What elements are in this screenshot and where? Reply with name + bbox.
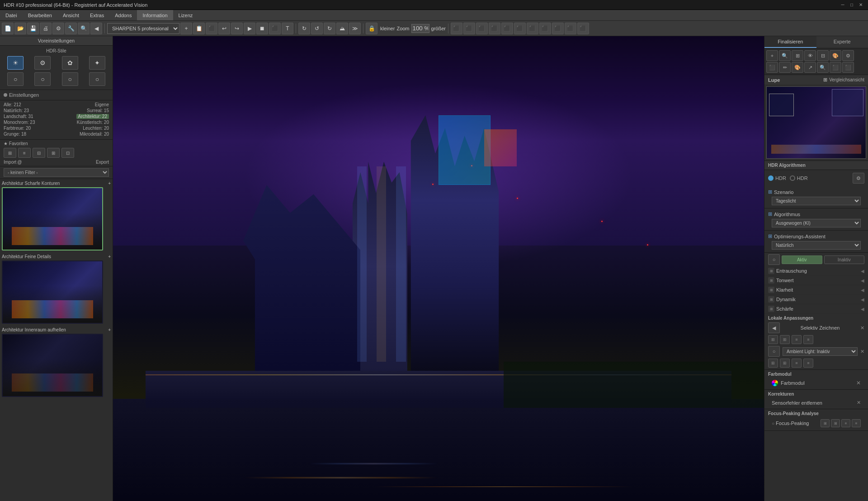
toolbar-view10[interactable]: ⬛ xyxy=(565,23,576,34)
menu-lizenz[interactable]: Lizenz xyxy=(173,10,198,20)
menu-extras[interactable]: Extras xyxy=(85,10,109,20)
toolbar-btn15[interactable]: ⬛ xyxy=(269,23,281,34)
toolbar-btn14[interactable]: ⏹ xyxy=(256,23,268,34)
toolbar-btn11[interactable]: ↩ xyxy=(218,23,230,34)
lokale-tool8[interactable]: ≡ xyxy=(803,359,813,368)
rt-btn-wand[interactable]: ⬛ xyxy=(766,62,778,73)
toolbar-open[interactable]: 📂 xyxy=(14,23,26,34)
menu-addons[interactable]: Addons xyxy=(109,10,137,20)
rt-btn-extra2[interactable]: ⬛ xyxy=(842,62,854,73)
lokale-left-arrow[interactable]: ◀ xyxy=(768,322,780,333)
farbmodul-close[interactable]: ✕ xyxy=(856,380,861,386)
focus-tool1[interactable]: ⊞ xyxy=(821,419,830,427)
menu-information[interactable]: Information xyxy=(137,10,173,20)
preset-item-1[interactable]: Architektur Feine Details + xyxy=(2,254,111,324)
hdr-style-btn-star[interactable]: ✦ xyxy=(89,56,105,70)
toolbar-btn9[interactable]: 📋 xyxy=(193,23,205,34)
adj-klarheit[interactable]: ⊞ Klarheit ◀ xyxy=(764,285,868,295)
ambient-close[interactable]: ✕ xyxy=(860,349,864,354)
toolbar-btn13[interactable]: ▶ xyxy=(244,23,255,34)
lokale-tool5[interactable]: ⊞ xyxy=(768,359,778,368)
hdr-style-btn-circle3[interactable]: ○ xyxy=(62,72,78,86)
hdr-radio1[interactable] xyxy=(768,175,774,181)
stat-alle[interactable]: Alle: 212 xyxy=(4,102,21,107)
adj-schaerfe[interactable]: ⊞ Schärfe ◀ xyxy=(764,304,868,314)
filter-dropdown[interactable]: - keinen Filter - xyxy=(4,168,109,177)
stat-farbtreue[interactable]: Farbtreue: 20 xyxy=(4,126,31,131)
opt-dropdown[interactable]: Natürlich xyxy=(772,241,861,250)
hdr-extra-btn[interactable]: ⚙ xyxy=(853,173,864,184)
toolbar-sharpen-btn[interactable]: + xyxy=(180,23,192,34)
toolbar-btn16[interactable]: T xyxy=(282,23,293,34)
lokale-tool3[interactable]: ≡ xyxy=(792,335,802,344)
focus-tool3[interactable]: ≡ xyxy=(841,419,850,427)
import-button[interactable]: Import @ xyxy=(4,160,22,165)
sensorfehler-close[interactable]: ✕ xyxy=(857,400,861,406)
toolbar-save[interactable]: 💾 xyxy=(27,23,39,34)
preset-add-0[interactable]: + xyxy=(108,181,111,186)
toolbar-btn19[interactable]: ≫ xyxy=(349,23,361,34)
preset-item-0[interactable]: Architektur Scharfe Konturen + xyxy=(2,181,111,250)
fav-list-btn[interactable]: ≡ xyxy=(18,148,31,158)
hdr-style-btn-sun[interactable]: ☀ xyxy=(7,56,24,70)
lokale-tool1[interactable]: ⊞ xyxy=(768,335,778,344)
toolbar-btn5[interactable]: ⚙ xyxy=(52,23,64,34)
stat-mikrodetail[interactable]: Mikrodetail: 20 xyxy=(80,132,109,137)
rt-btn-search[interactable]: 🔍 xyxy=(779,50,791,61)
lokale-tool6[interactable]: ⊞ xyxy=(780,359,790,368)
vergleich-label[interactable]: Vergleichsansicht xyxy=(829,77,864,82)
rt-btn-view[interactable]: 👁 xyxy=(804,50,816,61)
fav-grid-btn[interactable]: ⊞ xyxy=(4,148,16,158)
toolbar-mountain[interactable]: ⛰ xyxy=(336,23,348,34)
rt-btn-grid[interactable]: ⊞ xyxy=(792,50,803,61)
toolbar-btn20[interactable]: 🔒 xyxy=(366,23,377,34)
preset-thumb-1[interactable] xyxy=(2,260,103,324)
menu-bearbeiten[interactable]: Bearbeiten xyxy=(23,10,57,20)
hdr-option1[interactable]: HDR xyxy=(768,175,786,181)
toolbar-view9[interactable]: ⬛ xyxy=(552,23,564,34)
toolbar-new[interactable]: 📄 xyxy=(2,23,14,34)
rt-btn-share[interactable]: ↗ xyxy=(804,62,816,73)
hdr-style-btn-circle4[interactable]: ○ xyxy=(89,72,105,86)
zoom-input[interactable] xyxy=(411,24,429,33)
stat-grunge[interactable]: Grunge: 18 xyxy=(4,132,26,137)
hdr-radio2[interactable] xyxy=(790,175,795,181)
ambient-dropdown[interactable]: Ambient Light: Inaktiv xyxy=(783,347,858,356)
hdr-style-btn-gear[interactable]: ⚙ xyxy=(34,56,51,70)
stat-landschaft[interactable]: Landschaft: 31 xyxy=(4,114,33,119)
preset-add-1[interactable]: + xyxy=(108,254,111,259)
fav-large2-btn[interactable]: ⊞ xyxy=(47,148,60,158)
toolbar-view8[interactable]: ⬛ xyxy=(539,23,551,34)
rt-btn-extra1[interactable]: ⬛ xyxy=(830,62,841,73)
rt-btn-settings2[interactable]: ⚙ xyxy=(842,50,854,61)
selektiv-close[interactable]: ✕ xyxy=(860,325,864,331)
tab-experte[interactable]: Experte xyxy=(816,36,868,48)
stat-leuchten[interactable]: Leuchten: 20 xyxy=(83,126,109,131)
menu-datei[interactable]: Datei xyxy=(0,10,23,20)
adj-entrauschung[interactable]: ⊞ Entrauschung ◀ xyxy=(764,266,868,276)
toolbar-view7[interactable]: ⬛ xyxy=(527,23,538,34)
rt-btn-pencil[interactable]: ✏ xyxy=(779,62,791,73)
fav-extra-btn[interactable]: ⊡ xyxy=(61,148,74,158)
rt-btn-color[interactable]: 🎨 xyxy=(830,50,841,61)
algo-dropdown[interactable]: Ausgewogen (KI) xyxy=(772,219,861,227)
toolbar-btn10[interactable]: ⬛ xyxy=(206,23,217,34)
minimize-button[interactable]: ─ xyxy=(839,2,846,8)
rt-btn-color2[interactable]: 🎨 xyxy=(792,62,803,73)
lokale-tool7[interactable]: ≡ xyxy=(792,359,802,368)
sharpen-dropdown[interactable]: SHARPEN 5 professional xyxy=(107,23,179,34)
toolbar-view6[interactable]: ⬛ xyxy=(514,23,526,34)
lokale-tool4[interactable]: ≡ xyxy=(803,335,813,344)
toolbar-btn17[interactable]: ↺ xyxy=(311,23,323,34)
toolbar-btn8[interactable]: ◀ xyxy=(90,23,102,34)
adj-dynamik[interactable]: ⊞ Dynamik ◀ xyxy=(764,295,868,304)
toolbar-view3[interactable]: ⬛ xyxy=(476,23,488,34)
preset-add-2[interactable]: + xyxy=(108,327,111,332)
toolbar-view2[interactable]: ⬛ xyxy=(463,23,475,34)
toolbar-btn6[interactable]: 🔧 xyxy=(65,23,77,34)
preset-thumb-2[interactable] xyxy=(2,334,103,397)
focus-tool4[interactable]: ≡ xyxy=(852,419,861,427)
canvas-area[interactable] xyxy=(113,36,764,501)
hdr-option2[interactable]: HDR xyxy=(790,175,808,181)
adj-tonwert[interactable]: ⊞ Tonwert ◀ xyxy=(764,276,868,285)
